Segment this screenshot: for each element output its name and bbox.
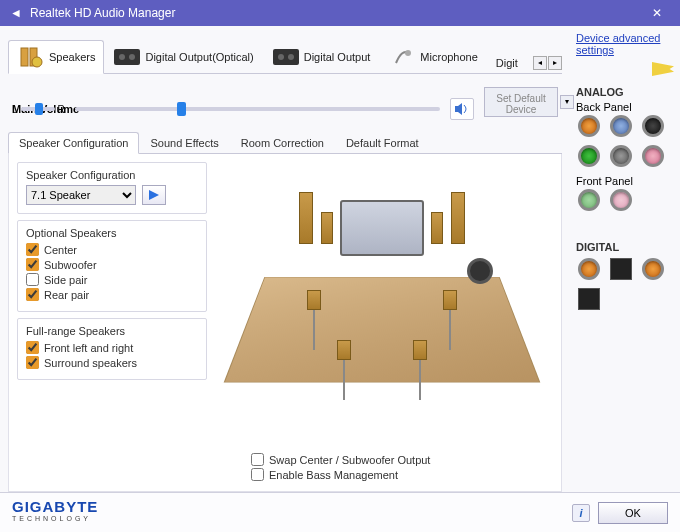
tab-microphone[interactable]: Microphone <box>379 40 486 73</box>
speaker-config-label: Speaker Configuration <box>26 169 198 181</box>
jack-rear[interactable] <box>642 115 664 137</box>
tab-digital-output[interactable]: Digital Output <box>263 40 380 73</box>
info-button[interactable]: i <box>572 504 590 522</box>
tab-digital-optical-label: Digital Output(Optical) <box>145 51 253 63</box>
device-advanced-settings-link[interactable]: Device advanced settings <box>576 32 674 56</box>
tab-microphone-label: Microphone <box>420 51 477 63</box>
brand-logo: GIGABYTE TECHNOLOGY <box>12 501 98 525</box>
back-icon: ◄ <box>10 6 22 20</box>
digital-icon <box>272 45 300 69</box>
svg-point-8 <box>288 54 294 60</box>
fullrange-label: Full-range Speakers <box>26 325 198 337</box>
checkbox-center[interactable]: Center <box>26 243 198 256</box>
checkbox-swap-center-sub[interactable]: Swap Center / Subwoofer Output <box>251 453 553 466</box>
jack-front-mic[interactable] <box>610 189 632 211</box>
jack-side[interactable] <box>610 145 632 167</box>
checkbox-rear-pair[interactable]: Rear pair <box>26 288 198 301</box>
close-button[interactable]: ✕ <box>642 6 672 20</box>
checkbox-subwoofer[interactable]: Subwoofer <box>26 258 198 271</box>
svg-point-7 <box>278 54 284 60</box>
device-tabs: Speakers Digital Output(Optical) Digital… <box>8 32 562 74</box>
tabs-scroll-right[interactable]: ▸ <box>548 56 562 70</box>
checkbox-side-pair[interactable]: Side pair <box>26 273 198 286</box>
microphone-icon <box>388 45 416 69</box>
svg-point-4 <box>119 54 125 60</box>
svg-rect-3 <box>114 49 140 65</box>
tab-sound-effects[interactable]: Sound Effects <box>139 132 229 153</box>
jack-front-hp[interactable] <box>578 189 600 211</box>
test-play-button[interactable] <box>142 185 166 205</box>
analog-heading: ANALOG <box>576 86 674 98</box>
tab-digital-output-label: Digital Output <box>304 51 371 63</box>
svg-point-5 <box>129 54 135 60</box>
digital-heading: DIGITAL <box>576 241 674 253</box>
optional-speakers-label: Optional Speakers <box>26 227 198 239</box>
jack-mic[interactable] <box>642 145 664 167</box>
front-panel-label: Front Panel <box>576 175 674 187</box>
svg-rect-0 <box>21 48 28 66</box>
set-default-device-button[interactable]: Set Default Device <box>484 87 558 117</box>
tab-speakers[interactable]: Speakers <box>8 40 104 74</box>
checkbox-front-lr[interactable]: Front left and right <box>26 341 198 354</box>
tab-default-format[interactable]: Default Format <box>335 132 430 153</box>
tab-speakers-label: Speakers <box>49 51 95 63</box>
tab-digit-overflow[interactable]: Digit <box>487 52 527 73</box>
flag-icon <box>652 62 674 76</box>
speakers-icon <box>17 45 45 69</box>
tab-room-correction[interactable]: Room Correction <box>230 132 335 153</box>
optical-icon <box>113 45 141 69</box>
checkbox-bass-management[interactable]: Enable Bass Management <box>251 468 553 481</box>
set-default-dropdown[interactable]: ▾ <box>560 95 574 109</box>
speaker-config-select[interactable]: 7.1 Speaker <box>26 185 136 205</box>
jack-optical-1[interactable] <box>610 258 632 280</box>
checkbox-surround[interactable]: Surround speakers <box>26 356 198 369</box>
tabs-scroll-left[interactable]: ◂ <box>533 56 547 70</box>
mute-button[interactable] <box>450 98 474 120</box>
jack-front[interactable] <box>578 145 600 167</box>
jack-spdif-1[interactable] <box>578 258 600 280</box>
window-title: Realtek HD Audio Manager <box>30 6 642 20</box>
svg-rect-6 <box>273 49 299 65</box>
tab-digit-label: Digit <box>496 57 518 69</box>
volume-slider[interactable] <box>75 107 440 111</box>
svg-point-2 <box>32 57 42 67</box>
jack-optical-2[interactable] <box>578 288 600 310</box>
ok-button[interactable]: OK <box>598 502 668 524</box>
speaker-room-preview <box>211 162 553 447</box>
jack-line-in[interactable] <box>610 115 632 137</box>
back-button[interactable]: ◄ <box>8 5 24 21</box>
svg-point-9 <box>405 50 411 56</box>
back-panel-label: Back Panel <box>576 101 674 113</box>
tab-digital-optical[interactable]: Digital Output(Optical) <box>104 40 262 73</box>
config-tabs: Speaker Configuration Sound Effects Room… <box>8 132 562 154</box>
jack-spdif-2[interactable] <box>642 258 664 280</box>
tab-speaker-configuration[interactable]: Speaker Configuration <box>8 132 139 154</box>
jack-center-sub[interactable] <box>578 115 600 137</box>
